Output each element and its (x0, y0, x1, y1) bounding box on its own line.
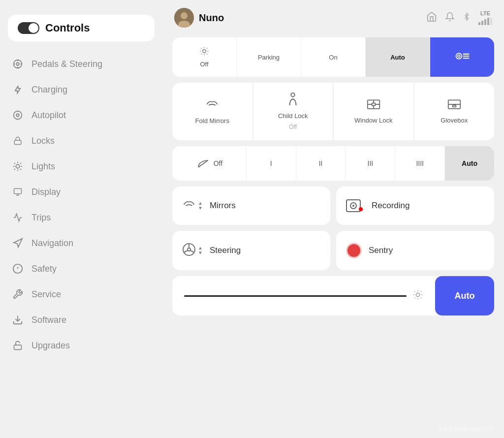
sidebar-item-service[interactable]: Service (0, 282, 162, 307)
brightness-auto-button[interactable]: Auto (435, 276, 494, 315)
child-lock-label: Child Lock (278, 112, 308, 120)
brightness-sun-icon (412, 289, 423, 303)
wiper-speed-2-button[interactable]: II (296, 146, 346, 181)
svg-point-44 (291, 93, 295, 96)
svg-rect-51 (452, 105, 456, 107)
sidebar-item-lights-label: Lights (32, 161, 55, 172)
charging-icon (12, 84, 24, 95)
lights-on-label: On (329, 54, 337, 61)
sidebar-item-lights[interactable]: Lights (0, 154, 162, 179)
wiper-speed-4-button[interactable]: IIII (395, 146, 445, 181)
service-icon (12, 288, 24, 300)
fold-mirrors-icon (205, 98, 219, 113)
home-icon (426, 11, 437, 24)
brightness-slider-area (172, 289, 435, 303)
recording-icon-container (346, 198, 365, 213)
lights-card: Off Parking On Auto (172, 37, 494, 77)
fold-mirrors-button[interactable]: Fold Mirrors (172, 83, 253, 140)
lights-auto-button[interactable]: Auto (366, 37, 430, 77)
sidebar-item-upgrades-label: Upgrades (32, 341, 70, 351)
svg-line-65 (414, 291, 415, 291)
sidebar-item-charging[interactable]: Charging (0, 77, 162, 102)
sidebar-item-display-label: Display (32, 187, 61, 197)
safety-icon (12, 263, 24, 275)
steering-card[interactable]: ▲ ▼ Steering (172, 231, 330, 270)
wiper-off-button[interactable]: Off (172, 146, 247, 181)
upgrades-icon (12, 340, 24, 351)
svg-line-70 (421, 291, 421, 291)
wiper-auto-button[interactable]: Auto (445, 146, 494, 181)
mirror-adjust-arrows: ▲ ▼ (198, 201, 203, 211)
lights-highbeam-button[interactable] (430, 37, 494, 77)
display-icon (12, 186, 24, 198)
svg-point-62 (416, 293, 419, 296)
svg-point-40 (458, 55, 460, 57)
svg-line-61 (190, 250, 194, 252)
sidebar-item-locks-label: Locks (32, 136, 55, 146)
navigation-icon (12, 237, 24, 249)
controls-card: Fold Mirrors Child Lock Off (172, 83, 494, 140)
highbeam-icon (455, 51, 470, 64)
watermark: not a tesla app.com (439, 425, 494, 432)
steering-icon-container: ▲ ▼ (182, 243, 203, 258)
svg-line-17 (20, 163, 21, 164)
svg-point-30 (203, 50, 206, 53)
wiper-speed-1-button[interactable]: I (247, 146, 296, 181)
sidebar-item-autopilot[interactable]: Autopilot (0, 102, 162, 128)
sidebar-item-upgrades[interactable]: Upgrades (0, 333, 162, 358)
sidebar-item-pedals[interactable]: Pedals & Steering (0, 51, 162, 77)
mirrors-card[interactable]: ▲ ▼ Mirrors (172, 187, 330, 225)
svg-line-12 (14, 163, 15, 164)
lights-parking-button[interactable]: Parking (237, 37, 301, 77)
svg-line-38 (207, 48, 207, 49)
lights-off-button[interactable]: Off (172, 37, 237, 77)
svg-point-7 (16, 114, 19, 117)
sidebar-item-navigation-label: Navigation (32, 238, 73, 249)
lights-off-icon (199, 46, 209, 59)
svg-rect-48 (372, 103, 375, 105)
wiper-speed-3-button[interactable]: III (346, 146, 395, 181)
header-left: Nuno (174, 8, 224, 28)
sidebar-title: Controls (45, 22, 90, 34)
wiper-row: Off I II III IIII Auto (172, 146, 494, 181)
header-icons: LTE (426, 10, 492, 25)
child-lock-button[interactable]: Child Lock Off (253, 83, 334, 140)
software-icon (12, 314, 24, 326)
sentry-icon (346, 243, 362, 258)
wiper-icon (196, 157, 210, 170)
fold-mirrors-label: Fold Mirrors (195, 117, 229, 125)
sentry-card[interactable]: Sentry (336, 231, 494, 270)
notification-icon (445, 11, 455, 24)
recording-card[interactable]: Recording (336, 187, 494, 225)
steering-adjust-arrows: ▲ ▼ (198, 246, 203, 255)
brightness-row: Auto (172, 276, 494, 315)
window-lock-button[interactable]: Window Lock (333, 83, 414, 140)
brightness-slider[interactable] (184, 295, 407, 297)
sidebar-item-navigation[interactable]: Navigation (0, 230, 162, 256)
sidebar-item-safety[interactable]: Safety (0, 256, 162, 282)
svg-rect-8 (14, 140, 21, 144)
window-lock-label: Window Lock (354, 117, 392, 124)
svg-point-58 (188, 248, 190, 251)
svg-line-16 (14, 169, 15, 170)
sidebar-item-software[interactable]: Software (0, 307, 162, 333)
sidebar-header[interactable]: Controls (8, 15, 155, 41)
sidebar-item-trips[interactable]: Trips (0, 205, 162, 230)
svg-marker-21 (14, 239, 22, 247)
glovebox-button[interactable]: Glovebox (414, 83, 495, 140)
svg-line-13 (20, 169, 21, 170)
sidebar-item-safety-label: Safety (32, 264, 57, 274)
avatar (174, 8, 194, 28)
wiper-off-label: Off (214, 159, 222, 167)
controls-toggle-icon (18, 22, 39, 34)
sidebar-item-display[interactable]: Display (0, 179, 162, 205)
lights-icon (12, 160, 24, 172)
trips-icon (12, 212, 24, 223)
lights-on-button[interactable]: On (301, 37, 366, 77)
wiper-speed-2-label: II (319, 159, 323, 167)
recording-label: Recording (372, 201, 410, 211)
svg-line-60 (184, 250, 188, 252)
svg-point-55 (352, 205, 354, 207)
pedals-icon (12, 58, 24, 70)
sidebar-item-locks[interactable]: Locks (0, 128, 162, 154)
